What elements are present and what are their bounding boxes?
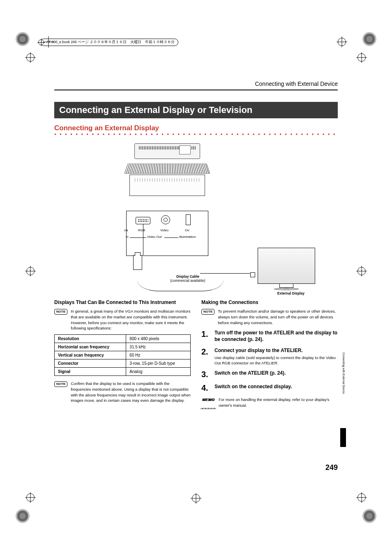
video-port-icon [161, 215, 170, 224]
registration-mark-icon [357, 267, 366, 275]
crop-ornament-icon [16, 32, 30, 46]
caption-cable-title: Display Cable [176, 274, 199, 279]
crop-ornament-icon [362, 32, 376, 46]
step-number: 4. [201, 383, 210, 393]
left-column: Displays That Can Be Connected to This I… [54, 299, 191, 412]
table-cell: Connector [55, 359, 126, 368]
heading-making-connections: Making the Connections [201, 299, 338, 305]
monitor-illustration [258, 248, 315, 290]
table-cell: Vertical scan frequency [55, 351, 126, 359]
steps-list: 1. Turn off the power to the ATELIER and… [201, 329, 338, 393]
step-subtext: Use display cable (sold separately) to c… [214, 355, 338, 366]
label-in: In [126, 235, 129, 239]
registration-mark-icon [192, 494, 200, 502]
step-text: Turn off the power to the ATELIER and th… [214, 329, 338, 343]
note-badge: NOTE [201, 309, 214, 315]
page-number: 249 [325, 463, 338, 472]
book-metadata-text: AT-900_e.book 249 ページ ２００８年９月１６日 火曜日 午前１… [46, 40, 175, 45]
label-era: ıra [124, 228, 128, 232]
subsection-heading: Connecting an External Display [54, 124, 338, 132]
table-cell: Resolution [55, 335, 126, 343]
right-column: Making the Connections NOTE To prevent m… [201, 299, 338, 412]
note-badge: NOTE [54, 309, 67, 315]
registration-mark-icon [357, 493, 366, 502]
book-target-icon [38, 39, 44, 45]
note-text: To prevent malfunction and/or damage to … [218, 309, 338, 325]
cable-path [200, 273, 251, 274]
label-on: On [185, 228, 189, 232]
crop-ornament-icon [362, 509, 376, 523]
side-tab-marker [340, 428, 346, 447]
step-number: 1. [201, 329, 210, 343]
dotted-rule: ● ● ● ● ● ● ● ● ● ● ● ● ● ● ● ● ● ● ● ● … [54, 132, 338, 136]
label-illumination: Illumination [179, 235, 196, 239]
spec-table: Resolution800 x 480 pixels Horizontal sc… [54, 334, 191, 376]
table-cell: 31.5 kHz [126, 343, 191, 351]
side-tab: Connecting with External Device [340, 352, 347, 472]
table-cell: Analog [126, 368, 191, 376]
caption-cable-sub: (commercial available) [170, 279, 205, 283]
step-text: Switch on the connected display. [214, 383, 292, 393]
label-videoout: Video Out [147, 235, 161, 239]
step-number: 2. [201, 347, 210, 366]
memo-text: For more on handling the external displa… [219, 397, 338, 408]
rgb-port-icon [136, 217, 150, 224]
label-video: Video [160, 228, 168, 232]
note-text: Confirm that the display to be used is c… [71, 381, 191, 403]
label-rgb: RGB [138, 228, 145, 232]
organ-illustration [122, 141, 210, 198]
book-metadata-bar: AT-900_e.book 249 ページ ２００８年９月１６日 火曜日 午前１… [40, 39, 178, 46]
heading-displays: Displays That Can Be Connected to This I… [54, 299, 191, 305]
divider [54, 90, 338, 90]
crop-ornament-icon [16, 509, 30, 523]
section-heading: Connecting an External Display or Televi… [54, 102, 338, 118]
switch-icon [186, 214, 191, 225]
registration-mark-icon [338, 38, 346, 46]
memo-badge: MEMO [201, 397, 215, 408]
registration-mark-icon [26, 493, 35, 502]
side-tab-text: Connecting with External Device [342, 352, 345, 426]
step-text: Connect your display to the ATELIER. [214, 347, 338, 354]
monitor-plug-icon [250, 272, 255, 277]
caption-external-display: External Display [277, 291, 304, 295]
table-cell: 3-row, 15-pin D-Sub type [126, 359, 191, 368]
table-cell: Horizontal scan frequency [55, 343, 126, 351]
page-content: Connecting with External Device Connecti… [54, 81, 338, 412]
note-text: In general, a great many of the VGA moni… [71, 309, 191, 331]
registration-mark-icon [357, 53, 366, 62]
step-text: Switch on the ATELIER (p. 24). [214, 370, 286, 379]
caption-cable: Display Cable (commercial available) [163, 274, 212, 283]
connection-diagram: ıra RGB Video On In Video Out Illuminati… [77, 141, 315, 293]
registration-mark-icon [26, 267, 35, 275]
table-cell: 800 x 480 pixels [126, 335, 191, 343]
step-number: 3. [201, 370, 210, 379]
table-cell: 60 Hz [126, 351, 191, 359]
registration-mark-icon [26, 53, 35, 62]
table-cell: Signal [55, 368, 126, 376]
note-badge: NOTE [54, 381, 67, 387]
cable-plug-icon [133, 255, 142, 270]
rear-panel-illustration: ıra RGB Video On In Video Out Illuminati… [126, 211, 208, 256]
running-head: Connecting with External Device [54, 81, 338, 87]
